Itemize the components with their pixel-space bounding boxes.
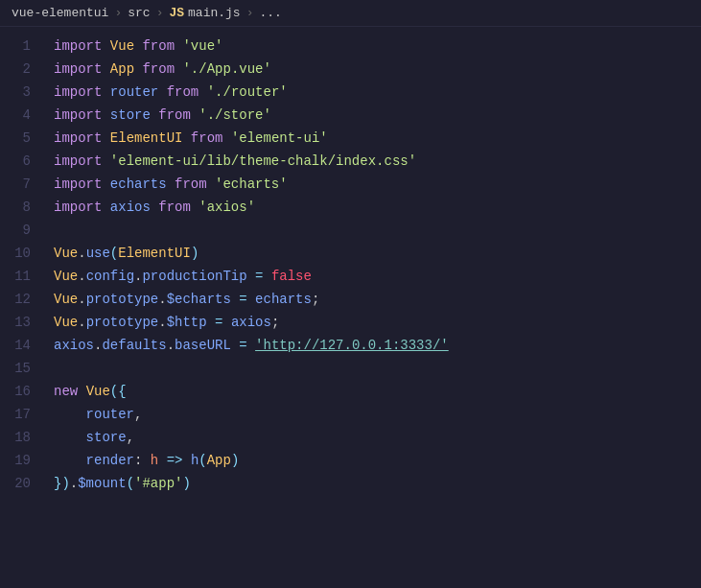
code-line: 13Vue.prototype.$http = axios;: [0, 311, 701, 334]
line-number: 15: [0, 357, 50, 380]
breadcrumb-filename[interactable]: main.js: [188, 6, 241, 20]
token-var-name: store: [110, 107, 151, 123]
token-obj: App: [207, 453, 231, 468]
line-content: Vue.prototype.$echarts = echarts;: [50, 288, 701, 311]
token-paren: (: [199, 453, 206, 468]
token-paren: (: [127, 476, 134, 491]
token-from-kw: from: [191, 130, 223, 146]
token-plain: [102, 176, 109, 192]
token-obj: Vue: [110, 38, 134, 54]
token-from-kw: from: [142, 38, 175, 54]
line-number: 9: [0, 219, 50, 242]
line-content: import App from './App.vue': [50, 58, 701, 81]
code-line: 5import ElementUI from 'element-ui': [0, 127, 701, 150]
line-number: 5: [0, 127, 50, 150]
line-number: 14: [0, 334, 50, 357]
token-prop: prototype: [86, 315, 159, 330]
token-var-name: echarts: [110, 176, 167, 192]
token-plain: .: [78, 246, 85, 261]
code-line: 12Vue.prototype.$echarts = echarts;: [0, 288, 701, 311]
token-paren: ): [182, 476, 190, 491]
line-content: import ElementUI from 'element-ui': [50, 127, 701, 150]
line-content: [50, 219, 701, 242]
line-number: 10: [0, 242, 50, 265]
token-str: './App.vue': [182, 61, 270, 77]
line-content: import store from './store': [50, 104, 701, 127]
token-plain: [191, 200, 199, 215]
token-plain: [167, 176, 175, 192]
token-obj: Vue: [54, 315, 78, 330]
token-plain: [151, 107, 158, 123]
line-content: Vue.prototype.$http = axios;: [50, 311, 701, 334]
token-prop: render: [86, 453, 134, 468]
token-plain: [182, 130, 190, 146]
token-plain: :: [134, 453, 151, 468]
token-kw: import: [54, 176, 102, 192]
token-var-name: echarts: [255, 292, 312, 307]
token-plain: [54, 407, 86, 422]
line-content: router,: [50, 403, 701, 426]
breadcrumb-js-badge: JS: [169, 6, 184, 20]
line-number: 2: [0, 58, 50, 81]
token-op: =: [239, 338, 246, 353]
line-number: 7: [0, 173, 50, 196]
line-number: 11: [0, 265, 50, 288]
token-plain: .: [158, 292, 166, 307]
breadcrumb-sep-2: ›: [156, 6, 164, 20]
token-brace: }): [54, 476, 70, 491]
line-number: 8: [0, 196, 50, 219]
token-str: 'axios': [199, 200, 255, 215]
token-plain: .: [70, 476, 78, 491]
token-str: 'vue': [182, 38, 222, 54]
token-str: 'element-ui': [231, 130, 328, 146]
token-from-kw: from: [167, 84, 199, 100]
line-content: import Vue from 'vue': [50, 35, 701, 58]
token-plain: ;: [271, 315, 279, 330]
token-plain: [247, 292, 255, 307]
token-plain: .: [78, 315, 85, 330]
token-plain: [222, 130, 230, 146]
code-line: 18 store,: [0, 426, 701, 449]
token-str: 'echarts': [215, 176, 288, 192]
code-line: 10Vue.use(ElementUI): [0, 242, 701, 265]
breadcrumb-src[interactable]: src: [128, 6, 150, 20]
line-number: 18: [0, 426, 50, 449]
token-str: '#app': [134, 476, 182, 491]
code-line: 3import router from './router': [0, 81, 701, 104]
line-content: new Vue({: [50, 380, 701, 403]
token-paren: (: [110, 246, 118, 261]
token-kw: import: [54, 61, 102, 77]
token-op: =: [239, 292, 246, 307]
token-prop: config: [86, 269, 134, 284]
line-number: 19: [0, 449, 50, 472]
line-content: store,: [50, 426, 701, 449]
line-number: 3: [0, 81, 50, 104]
token-plain: [207, 176, 215, 192]
token-kw: import: [54, 153, 102, 169]
token-var-name: router: [86, 407, 134, 422]
breadcrumb-sep-3: ›: [246, 6, 254, 20]
token-plain: [182, 453, 190, 468]
token-paren: ): [231, 453, 239, 468]
token-str: 'element-ui/lib/theme-chalk/index.css': [110, 153, 416, 169]
token-plain: ,: [134, 407, 142, 422]
code-line: 16new Vue({: [0, 380, 701, 403]
line-content: Vue.use(ElementUI): [50, 242, 701, 265]
token-obj: ElementUI: [110, 130, 183, 146]
token-obj: App: [110, 61, 134, 77]
token-obj: ElementUI: [118, 246, 191, 261]
token-obj: Vue: [54, 246, 78, 261]
breadcrumb-folder[interactable]: vue-elementui: [12, 6, 108, 20]
token-plain: [191, 107, 199, 123]
token-plain: [54, 430, 86, 445]
token-kw: import: [54, 84, 102, 100]
token-plain: [222, 315, 230, 330]
token-kw: import: [54, 38, 102, 54]
token-plain: .: [167, 338, 175, 353]
token-prop: $echarts: [167, 292, 231, 307]
token-plain: [78, 384, 85, 399]
token-plain: [231, 338, 239, 353]
token-plain: [102, 130, 109, 146]
line-number: 1: [0, 35, 50, 58]
line-content: [50, 357, 701, 380]
